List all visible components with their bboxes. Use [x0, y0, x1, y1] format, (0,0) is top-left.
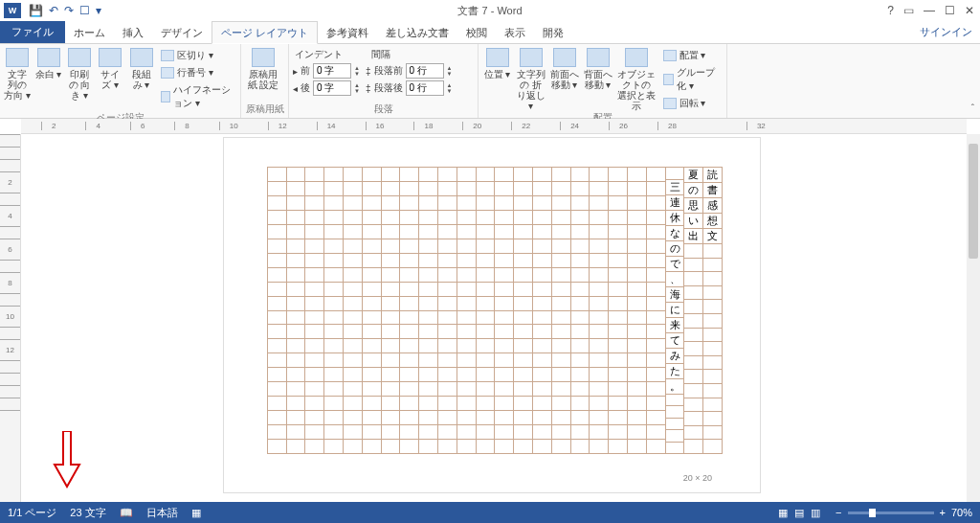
- genkou-cell[interactable]: [571, 182, 590, 196]
- genkou-cell[interactable]: [647, 339, 665, 353]
- genkou-cell[interactable]: [400, 368, 418, 382]
- genkou-cell[interactable]: [268, 440, 286, 453]
- genkou-cell[interactable]: [514, 440, 532, 453]
- genkou-cell[interactable]: [438, 353, 457, 368]
- spacing-before-spinner[interactable]: ‡段落前▲▼: [366, 63, 453, 79]
- genkou-cell[interactable]: [609, 368, 627, 382]
- genkou-cell[interactable]: [438, 268, 457, 283]
- genkou-cell[interactable]: [477, 368, 495, 382]
- genkou-cell[interactable]: [647, 283, 665, 297]
- genkou-cell[interactable]: [552, 397, 570, 411]
- indent-before-spinner[interactable]: ▸前▲▼: [293, 63, 360, 79]
- web-layout-icon[interactable]: ▥: [811, 507, 820, 518]
- genkou-cell[interactable]: [703, 370, 722, 384]
- genkou-cell[interactable]: [703, 342, 722, 356]
- genkou-cell[interactable]: [324, 397, 343, 411]
- genkou-cell[interactable]: [703, 384, 722, 398]
- genkou-cell[interactable]: [647, 239, 665, 254]
- tab-file[interactable]: ファイル: [0, 21, 65, 43]
- genkou-cell[interactable]: [382, 339, 400, 353]
- genkou-cell[interactable]: [382, 311, 400, 326]
- genkou-cell[interactable]: [438, 211, 457, 225]
- genkou-cell[interactable]: [703, 440, 722, 453]
- genkou-cell[interactable]: [438, 397, 457, 411]
- genkou-cell[interactable]: [628, 425, 646, 440]
- genkou-cell[interactable]: [609, 182, 627, 196]
- genkou-cell[interactable]: [590, 168, 608, 182]
- genkou-cell[interactable]: [363, 382, 381, 397]
- genkou-cell[interactable]: [457, 254, 476, 268]
- genkou-cell[interactable]: [287, 211, 305, 225]
- genkou-cell[interactable]: [419, 254, 437, 268]
- genkou-cell[interactable]: [344, 168, 362, 182]
- genkou-cell[interactable]: [438, 225, 457, 239]
- genkou-cell[interactable]: [666, 430, 684, 443]
- genkou-cell[interactable]: [703, 412, 722, 426]
- genkou-cell[interactable]: [305, 168, 323, 182]
- selection-pane-button[interactable]: オブジェクトの 選択と表示: [616, 48, 657, 111]
- genkou-cell[interactable]: [363, 353, 381, 368]
- genkou-cell[interactable]: [363, 411, 381, 425]
- genkou-cell[interactable]: [590, 411, 608, 425]
- genkou-cell[interactable]: [590, 339, 608, 353]
- genkou-cell[interactable]: [609, 311, 627, 326]
- genkou-cell[interactable]: [324, 382, 343, 397]
- genkou-cell[interactable]: [703, 300, 722, 314]
- genkou-cell[interactable]: 三: [666, 180, 684, 195]
- genkou-cell[interactable]: [477, 254, 495, 268]
- genkou-cell[interactable]: [533, 283, 551, 297]
- genkou-cell[interactable]: [609, 239, 627, 254]
- text-direction-button[interactable]: 文字列の 方向 ▾: [4, 48, 31, 101]
- spacing-after-spinner[interactable]: ‡段落後▲▼: [366, 80, 453, 96]
- genkou-cell[interactable]: [268, 168, 286, 182]
- genkou-cell[interactable]: [305, 311, 323, 326]
- genkou-cell[interactable]: [628, 168, 646, 182]
- genkou-cell[interactable]: [287, 297, 305, 311]
- genkou-cell[interactable]: [590, 211, 608, 225]
- genkou-cell[interactable]: [382, 368, 400, 382]
- genkou-cell[interactable]: [477, 283, 495, 297]
- genkou-cell[interactable]: [457, 339, 476, 353]
- genkou-cell[interactable]: [438, 425, 457, 440]
- genkou-cell[interactable]: [684, 370, 702, 384]
- genkou-cell[interactable]: [477, 382, 495, 397]
- genkou-cell[interactable]: [647, 368, 665, 382]
- genkou-cell[interactable]: [684, 244, 702, 259]
- genkou-cell[interactable]: [363, 254, 381, 268]
- genkou-cell[interactable]: [438, 196, 457, 211]
- genkou-cell[interactable]: [344, 425, 362, 440]
- genkou-cell[interactable]: 出: [684, 229, 702, 244]
- genkou-cell[interactable]: [477, 268, 495, 283]
- genkou-cell[interactable]: [703, 356, 722, 371]
- genkou-cell[interactable]: [590, 297, 608, 311]
- genkou-cell[interactable]: [400, 382, 418, 397]
- genkou-cell[interactable]: [609, 325, 627, 339]
- genkou-cell[interactable]: [382, 425, 400, 440]
- genkou-cell[interactable]: [552, 182, 570, 196]
- genkou-cell[interactable]: [666, 168, 684, 180]
- genkou-cell[interactable]: [628, 196, 646, 211]
- genkou-cell[interactable]: [477, 397, 495, 411]
- genkou-cell[interactable]: [457, 225, 476, 239]
- genkou-cell[interactable]: [344, 397, 362, 411]
- indent-after-spinner[interactable]: ◂後▲▼: [293, 80, 360, 96]
- send-backward-button[interactable]: 背面へ 移動 ▾: [583, 48, 612, 90]
- genkou-cell[interactable]: [495, 211, 513, 225]
- genkou-cell[interactable]: [419, 211, 437, 225]
- genkou-cell[interactable]: [477, 168, 495, 182]
- genkou-cell[interactable]: [382, 411, 400, 425]
- genkou-cell[interactable]: [382, 283, 400, 297]
- genkou-cell[interactable]: [514, 182, 532, 196]
- genkou-cell[interactable]: [287, 411, 305, 425]
- genkou-cell[interactable]: [419, 425, 437, 440]
- breaks-button[interactable]: 区切り ▾: [159, 48, 236, 63]
- zoom-level[interactable]: 70%: [951, 507, 972, 518]
- hyphenation-button[interactable]: ハイフネーション ▾: [159, 82, 236, 111]
- genkou-cell[interactable]: [514, 297, 532, 311]
- genkou-cell[interactable]: [419, 283, 437, 297]
- genkou-cell[interactable]: [400, 268, 418, 283]
- genkou-cell[interactable]: [305, 382, 323, 397]
- genkou-cell[interactable]: [533, 368, 551, 382]
- genkou-cell[interactable]: [647, 268, 665, 283]
- genkou-cell[interactable]: [305, 239, 323, 254]
